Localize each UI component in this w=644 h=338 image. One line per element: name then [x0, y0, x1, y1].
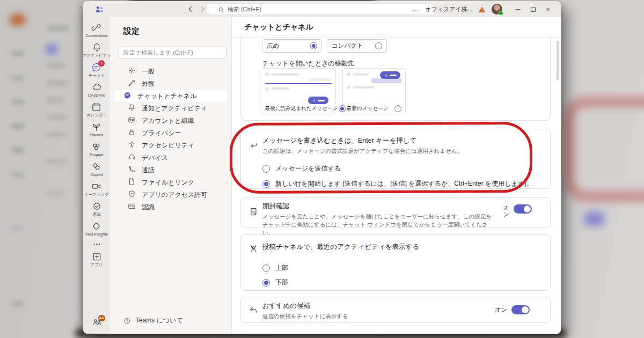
maximize-button[interactable] [525, 1, 540, 17]
suggested-replies-description: 返信の候補をチャットに表示する [262, 312, 486, 320]
about-teams[interactable]: Teams について [123, 316, 183, 325]
forward-icon[interactable] [198, 5, 207, 13]
more-options-button[interactable]: … [412, 5, 419, 13]
settings-search-input[interactable] [119, 47, 227, 58]
radio-button[interactable] [262, 165, 270, 173]
settings-nav-item-recognition[interactable]: 認識 [114, 201, 227, 213]
settings-nav-list: 一般外観チャットとチャネル通知とアクティビティアカウントと組織プライバシーアクセ… [110, 65, 231, 213]
titlebar: 検索 (Ctrl+E) … オフィスアイ株... × [83, 1, 561, 17]
rail-item-approvals[interactable]: 承認 [92, 199, 102, 219]
rail-item-org-contacts[interactable]: 44 [92, 317, 102, 327]
accessibility-icon [128, 141, 136, 150]
open-location-option-0[interactable]: 最後に読み込まれたメッセージ [261, 68, 336, 115]
rail-item-label: アクティビティ [83, 53, 111, 58]
rail-item-label: Engage [90, 152, 104, 157]
settings-nav-item-files-links[interactable]: ファイルとリンク [114, 177, 227, 188]
search-input[interactable]: 検索 (Ctrl+E) [207, 4, 435, 15]
settings-nav-item-label: アカウントと組織 [142, 116, 194, 126]
settings-nav-item-accounts[interactable]: アカウントと組織 [114, 115, 227, 127]
settings-nav-item-notifications[interactable]: 通知とアクティビティ [114, 102, 227, 114]
minimize-button[interactable] [510, 1, 525, 17]
screenshot-root: 検索 (Ctrl+E) … オフィスアイ株... × Connectionsアク… [0, 0, 644, 338]
rail-item-activity[interactable]: アクティビティ [83, 40, 111, 60]
background-blur-shape [46, 63, 65, 68]
settings-nav-item-privacy[interactable]: プライバシー [114, 127, 227, 139]
radio-button[interactable] [262, 279, 270, 286]
suggested-replies-icon [249, 305, 258, 314]
settings-title: 設定 [110, 17, 231, 36]
enter-key-option-0[interactable]: メッセージを送信する [262, 164, 541, 173]
open-location-option-1[interactable]: 最新のメッセージ [342, 68, 406, 115]
settings-nav-item-general[interactable]: 一般 [114, 65, 227, 77]
background-blur-shape [46, 98, 64, 102]
rail-item-viva-insights[interactable]: Viva Insights [85, 219, 108, 239]
toggle-knob [524, 205, 531, 212]
gear-icon [128, 67, 136, 76]
background-blur-shape [46, 159, 68, 164]
rail-item-label: Copilot [90, 172, 103, 177]
search-placeholder: 検索 (Ctrl+E) [228, 5, 261, 13]
settings-nav-item-chat-channels[interactable]: チャットとチャネル [114, 90, 227, 102]
rail-item-copilot[interactable]: Copilot [90, 159, 103, 179]
read-receipts-title: 開封確認 [262, 202, 494, 211]
open-location-option-label: 最新のメッセージ [347, 105, 388, 112]
channel-activity-card: 投稿チャネルで、最近のアクティビティを表示する 上部下部 [240, 234, 551, 291]
background-blur-shape [46, 191, 64, 196]
rail-item-calendar[interactable]: カレンダー [86, 100, 107, 120]
rail-item-meetings[interactable]: ミーティング [84, 179, 109, 199]
settings-nav-item-label: 通知とアクティビティ [142, 104, 207, 113]
video-icon [91, 181, 101, 192]
avatar[interactable] [492, 4, 502, 14]
warning-icon[interactable] [478, 6, 486, 13]
background-blur-shape [11, 300, 24, 307]
rail-item-label: カレンダー [86, 113, 107, 118]
rail-item-chat[interactable]: 1チャット [89, 60, 105, 80]
read-receipts-toggle[interactable] [514, 204, 532, 214]
settings-nav-item-calls[interactable]: 通話 [114, 164, 227, 176]
rail-item-engage[interactable]: Engage [90, 139, 104, 159]
channel-activity-option-1[interactable]: 下部 [262, 278, 541, 287]
channel-activity-option-0[interactable]: 上部 [262, 263, 541, 273]
rail-item-more[interactable] [92, 239, 102, 249]
radio-button[interactable] [339, 105, 346, 112]
background-blur-shape [584, 212, 604, 225]
close-button[interactable]: × [540, 1, 555, 17]
teams-logo-icon[interactable] [94, 5, 104, 14]
scrollbar[interactable] [557, 41, 559, 80]
open-location-label: チャットを開いたときの移動先 [262, 59, 354, 68]
rail-item-planner[interactable]: Planner [90, 120, 104, 139]
settings-nav-item-app-permissions[interactable]: アプリのアクセス許可 [114, 189, 227, 201]
engage-icon [91, 142, 101, 152]
org-switcher[interactable]: オフィスアイ株... [425, 5, 472, 13]
channel-activity-options: 上部下部 [262, 263, 541, 287]
settings-nav-item-label: 通話 [142, 166, 155, 175]
background-blur-shape [46, 115, 68, 120]
titlebar-right-cluster: … オフィスアイ株... × [412, 1, 555, 17]
toggle-knob [522, 306, 529, 313]
rail-item-connections[interactable]: Connections [85, 20, 108, 40]
settings-nav-item-devices[interactable]: デバイス [114, 152, 227, 164]
radio-button[interactable] [262, 180, 270, 188]
jump-up-button [380, 71, 400, 79]
settings-nav-item-accessibility[interactable]: アクセシビリティ [114, 139, 227, 151]
viva-icon [91, 221, 101, 231]
enter-key-icon [249, 141, 258, 150]
read-receipts-icon [249, 207, 258, 216]
density-option-1[interactable]: コンパクト [327, 39, 387, 53]
rail-item-label: Planner [90, 133, 104, 137]
suggested-replies-toggle[interactable] [511, 305, 530, 314]
rail-item-apps[interactable]: アプリ [90, 249, 103, 269]
radio-button[interactable] [394, 105, 401, 112]
copilot-icon [91, 161, 101, 172]
cloud-icon [92, 82, 102, 92]
radio-button[interactable] [375, 42, 382, 49]
rail-item-onedrive[interactable]: OneDrive [88, 80, 105, 100]
back-icon[interactable] [186, 5, 195, 13]
density-option-0[interactable]: 広め [262, 39, 322, 53]
enter-key-option-1[interactable]: 新しい行を開始します (送信するには、[送信] を選択するか、Ctrl+Ente… [262, 179, 541, 188]
settings-nav-item-appearance[interactable]: 外観 [114, 78, 227, 90]
background-blur-shape [45, 45, 58, 54]
radio-button[interactable] [310, 42, 317, 49]
radio-button[interactable] [262, 264, 270, 272]
info-icon [123, 317, 131, 325]
